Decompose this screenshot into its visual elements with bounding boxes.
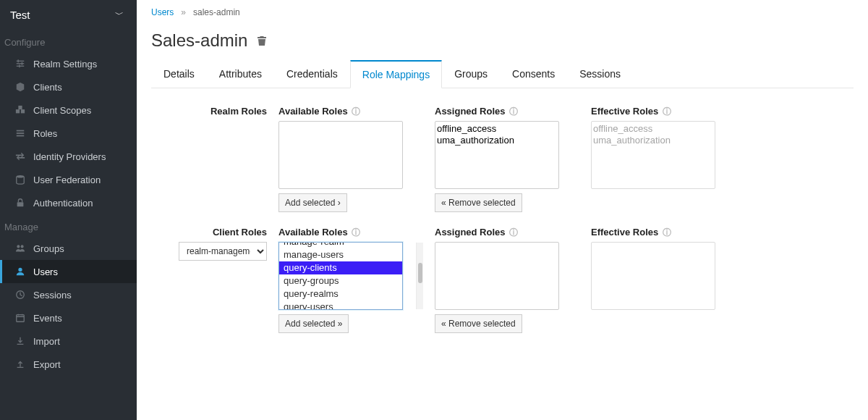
scrollbar[interactable] xyxy=(416,243,423,309)
sidebar-item-label: Realm Settings xyxy=(33,59,97,70)
tab-credentials[interactable]: Credentials xyxy=(274,60,350,88)
breadcrumb-root-link[interactable]: Users xyxy=(151,7,174,17)
help-icon[interactable]: ⓘ xyxy=(663,106,671,117)
upload-icon xyxy=(14,358,26,370)
client-select-dropdown[interactable]: realm-management xyxy=(179,242,267,261)
sidebar-item-user-federation[interactable]: User Federation xyxy=(0,168,137,191)
sidebar-item-label: Roles xyxy=(33,128,57,139)
svg-rect-3 xyxy=(18,59,19,62)
realm-available-label: Available Roles ⓘ xyxy=(278,106,423,118)
realm-available-column: Available Roles ⓘ Add selected › xyxy=(278,106,423,212)
help-icon[interactable]: ⓘ xyxy=(352,106,360,117)
sidebar-item-events[interactable]: Events xyxy=(0,306,137,329)
users-icon xyxy=(14,243,26,254)
user-icon xyxy=(14,266,26,277)
sidebar-item-import[interactable]: Import xyxy=(0,329,137,353)
svg-rect-9 xyxy=(17,130,25,132)
tab-sessions[interactable]: Sessions xyxy=(567,60,633,88)
tab-consents[interactable]: Consents xyxy=(500,60,567,88)
realm-remove-selected-button[interactable]: « Remove selected xyxy=(435,193,522,212)
realm-roles-label: Realm Roles xyxy=(151,106,267,117)
list-icon xyxy=(14,127,26,139)
calendar-icon xyxy=(14,312,26,324)
sidebar-item-clients[interactable]: Clients xyxy=(0,75,137,98)
realm-effective-select: offline_accessuma_authorization xyxy=(591,121,715,189)
realm-effective-label: Effective Roles ⓘ xyxy=(591,106,736,118)
realm-name: Test xyxy=(10,9,30,21)
tabs: Details Attributes Credentials Role Mapp… xyxy=(151,59,854,88)
svg-rect-10 xyxy=(17,133,25,134)
client-assigned-select[interactable] xyxy=(435,242,559,310)
realm-effective-column: Effective Roles ⓘ offline_accessuma_auth… xyxy=(591,106,736,189)
download-icon xyxy=(14,335,26,347)
realm-roles-row: Realm Roles Available Roles ⓘ Add select… xyxy=(151,106,854,212)
svg-rect-6 xyxy=(16,109,20,113)
svg-rect-1 xyxy=(17,63,25,64)
sidebar-section-manage: Manage xyxy=(0,214,137,237)
clock-icon xyxy=(14,289,26,301)
client-effective-label: Effective Roles ⓘ xyxy=(591,227,736,239)
sidebar-item-sessions[interactable]: Sessions xyxy=(0,283,137,306)
realm-add-selected-button[interactable]: Add selected › xyxy=(278,193,347,212)
sidebar: Test ﹀ Configure Realm Settings Clients … xyxy=(0,0,137,420)
sliders-icon xyxy=(14,58,26,70)
svg-rect-2 xyxy=(17,66,25,67)
svg-point-15 xyxy=(21,245,24,248)
svg-point-16 xyxy=(18,268,22,272)
realm-available-select[interactable] xyxy=(278,121,403,189)
breadcrumb-separator-icon: » xyxy=(181,7,186,17)
client-roles-left-column: Client Roles realm-management xyxy=(151,227,267,261)
sidebar-item-realm-settings[interactable]: Realm Settings xyxy=(0,52,137,75)
svg-rect-7 xyxy=(21,109,25,113)
svg-rect-4 xyxy=(22,62,22,65)
sidebar-item-authentication[interactable]: Authentication xyxy=(0,191,137,214)
tab-attributes[interactable]: Attributes xyxy=(207,60,274,88)
tab-details[interactable]: Details xyxy=(151,60,207,88)
realm-assigned-select[interactable]: offline_accessuma_authorization xyxy=(435,121,559,189)
realm-assigned-column: Assigned Roles ⓘ offline_accessuma_autho… xyxy=(435,106,579,212)
svg-rect-11 xyxy=(17,135,25,137)
sidebar-item-label: Import xyxy=(33,336,60,347)
tab-groups[interactable]: Groups xyxy=(442,60,500,88)
database-icon xyxy=(14,174,26,185)
sidebar-item-label: Sessions xyxy=(33,290,72,301)
breadcrumb-current: sales-admin xyxy=(193,7,240,17)
main-content: Users » sales-admin Sales-admin Details … xyxy=(137,0,868,420)
sidebar-item-label: Events xyxy=(33,313,62,324)
help-icon[interactable]: ⓘ xyxy=(663,227,671,238)
sidebar-item-label: Authentication xyxy=(33,198,93,209)
help-icon[interactable]: ⓘ xyxy=(509,227,518,238)
delete-user-button[interactable] xyxy=(256,35,268,46)
tab-role-mappings[interactable]: Role Mappings xyxy=(350,60,442,88)
sidebar-item-client-scopes[interactable]: Client Scopes xyxy=(0,98,137,122)
client-available-select[interactable]: manage-realmmanage-usersquery-clientsque… xyxy=(278,242,403,310)
svg-rect-18 xyxy=(17,315,25,322)
client-available-label: Available Roles ⓘ xyxy=(278,227,423,239)
client-available-column: Available Roles ⓘ manage-realmmanage-use… xyxy=(278,227,423,333)
help-icon[interactable]: ⓘ xyxy=(352,227,360,238)
client-assigned-label: Assigned Roles ⓘ xyxy=(435,227,579,239)
client-effective-select xyxy=(591,242,715,310)
client-add-selected-button[interactable]: Add selected » xyxy=(278,314,349,333)
sidebar-item-groups[interactable]: Groups xyxy=(0,237,137,260)
help-icon[interactable]: ⓘ xyxy=(509,106,518,117)
svg-rect-0 xyxy=(17,61,25,62)
realm-assigned-label: Assigned Roles ⓘ xyxy=(435,106,579,118)
cube-icon xyxy=(14,81,26,93)
realm-switcher[interactable]: Test ﹀ xyxy=(0,0,137,30)
client-assigned-column: Assigned Roles ⓘ « Remove selected xyxy=(435,227,579,333)
client-effective-column: Effective Roles ⓘ xyxy=(591,227,736,310)
svg-rect-8 xyxy=(18,106,22,109)
sidebar-item-label: Identity Providers xyxy=(33,151,106,162)
client-roles-label: Client Roles xyxy=(151,227,267,238)
exchange-icon xyxy=(14,151,26,162)
sidebar-item-identity-providers[interactable]: Identity Providers xyxy=(0,145,137,168)
sidebar-item-export[interactable]: Export xyxy=(0,353,137,376)
sidebar-item-label: Groups xyxy=(33,243,64,254)
sidebar-item-users[interactable]: Users xyxy=(0,260,137,283)
lock-icon xyxy=(14,197,26,209)
sidebar-item-roles[interactable]: Roles xyxy=(0,122,137,145)
sidebar-item-label: User Federation xyxy=(33,175,101,185)
sidebar-item-label: Export xyxy=(33,359,61,370)
client-remove-selected-button[interactable]: « Remove selected xyxy=(435,314,522,333)
